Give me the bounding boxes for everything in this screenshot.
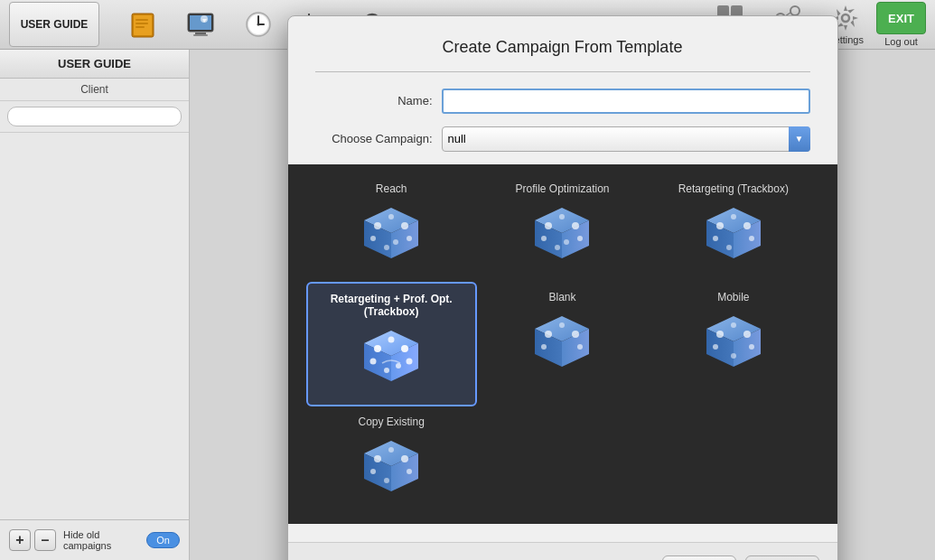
modal-body: Create Campaign From Template Name: Choo… [288,16,837,542]
search-input[interactable] [7,107,182,126]
reach-label: Reach [376,182,407,195]
campaign-controls: + – [9,529,56,551]
campaign-name-input[interactable] [442,89,810,114]
svg-point-54 [716,222,724,229]
svg-point-64 [401,345,408,352]
svg-point-46 [559,214,565,219]
svg-point-74 [572,331,579,338]
svg-point-14 [257,23,260,26]
svg-point-44 [545,222,552,229]
copy-existing-cube-icon [355,434,427,506]
campaign-select[interactable]: null [442,126,810,152]
profile-opt-label: Profile Optimization [515,182,609,195]
retargeting-prof-opt-label: Retargeting + Prof. Opt. (Trackbox) [317,293,466,318]
main-area: Create Campaign From Template Name: Choo… [190,50,935,560]
template-retargeting-prof-opt[interactable]: Retargeting + Prof. Opt. (Trackbox) [306,282,477,406]
svg-point-76 [541,344,547,350]
svg-rect-7 [195,33,206,34]
template-copy-existing[interactable]: Copy Existing [306,406,477,515]
name-row: Name: [315,89,810,114]
svg-point-77 [577,344,583,350]
modal-divider [315,71,810,72]
sidebar-client: Client [0,79,189,101]
svg-point-55 [743,222,751,229]
retargeting-prof-opt-cube-icon [355,323,427,396]
svg-point-84 [713,344,718,350]
svg-point-69 [396,363,401,369]
svg-point-38 [407,236,412,241]
svg-point-58 [749,236,754,241]
svg-rect-6 [190,15,211,30]
template-grid-container: Reach [288,164,837,524]
svg-point-30 [842,14,849,22]
remove-campaign-button[interactable]: – [34,529,56,551]
retargeting-trackbox-label: Retargeting (Trackbox) [678,182,789,195]
book-icon [128,10,157,39]
svg-point-45 [572,222,579,229]
add-campaign-button[interactable]: + [9,529,31,551]
reach-cube-icon [355,201,427,273]
svg-point-91 [401,455,408,462]
svg-point-34 [374,222,381,229]
sidebar: USER GUIDE Client + – Hide old campaigns… [0,50,190,560]
svg-point-26 [790,6,799,15]
create-campaign-modal: Create Campaign From Template Name: Choo… [287,15,838,561]
svg-point-49 [555,245,560,250]
logout-label: Log out [884,36,918,47]
template-profile-opt[interactable]: Profile Optimization [477,173,648,282]
svg-rect-8 [193,34,208,36]
svg-point-93 [370,469,376,474]
template-grid: Reach [306,173,819,515]
hide-old-label: Hide old campaigns [63,529,136,551]
blank-label: Blank [548,291,575,303]
cancel-button[interactable]: Cancel [662,555,736,561]
svg-point-68 [384,368,389,373]
svg-point-83 [731,322,736,328]
screen-button[interactable] [173,2,228,47]
modal-title: Create Campaign From Template [315,38,810,57]
template-mobile[interactable]: Mobile [648,282,818,406]
exit-button[interactable]: EXIT [876,2,926,34]
svg-point-40 [393,239,398,245]
svg-point-57 [713,236,718,241]
modal-footer: Cancel Create [288,542,837,561]
choose-campaign-label: Choose Campaign: [315,132,442,145]
sidebar-search-container [0,101,189,133]
sidebar-footer: + – Hide old campaigns On [0,519,189,560]
svg-point-48 [577,236,583,241]
svg-point-86 [731,353,736,359]
svg-point-39 [384,245,389,250]
name-label: Name: [315,94,442,107]
svg-point-37 [370,236,376,241]
profile-opt-cube-icon [526,201,598,273]
mobile-cube-icon [697,309,770,381]
svg-rect-2 [136,19,148,21]
clock-button[interactable] [231,2,285,47]
svg-point-50 [564,239,569,245]
copy-existing-label: Copy Existing [358,415,424,428]
user-guide-button[interactable]: USER GUIDE [9,2,99,47]
template-reach[interactable]: Reach [306,173,477,282]
svg-point-90 [374,455,381,462]
svg-point-85 [749,344,754,350]
svg-point-35 [401,222,408,229]
sidebar-header: USER GUIDE [0,50,189,79]
book-button[interactable] [116,2,170,47]
svg-rect-1 [134,15,152,35]
template-blank[interactable]: Blank [477,282,648,406]
create-button[interactable]: Create [745,555,818,561]
mobile-label: Mobile [717,291,749,303]
screen-icon [186,10,215,39]
svg-rect-3 [136,23,148,24]
svg-point-75 [559,322,565,328]
clock-icon [244,10,273,39]
template-retargeting-trackbox[interactable]: Retargeting (Trackbox) [648,173,818,282]
svg-point-63 [374,345,381,352]
campaign-select-wrapper: null ▼ [442,126,810,152]
retargeting-trackbox-cube-icon [697,201,770,273]
choose-campaign-row: Choose Campaign: null ▼ [315,126,810,152]
blank-cube-icon [526,309,598,381]
svg-point-56 [731,214,736,219]
svg-point-94 [407,469,412,474]
hide-old-toggle[interactable]: On [146,532,180,548]
